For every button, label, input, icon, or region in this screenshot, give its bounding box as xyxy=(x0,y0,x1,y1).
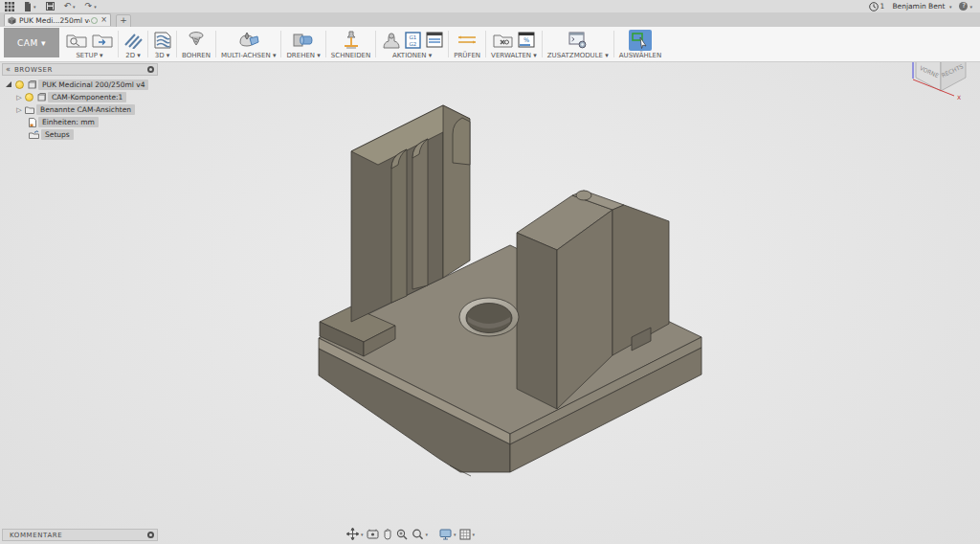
post-process-button[interactable] xyxy=(381,32,400,49)
zoom-window-button[interactable]: ▾ xyxy=(412,529,429,540)
redo-caret: ▾ xyxy=(94,4,97,10)
help-menu[interactable]: ? ▾ xyxy=(959,2,972,11)
expand-arrow-icon[interactable]: ▷ xyxy=(15,94,23,102)
tree-item-label[interactable]: Einheiten: mm xyxy=(38,117,99,127)
group-label-addins[interactable]: ZUSATZMODULE ▾ xyxy=(547,52,609,59)
group-label-inspect[interactable]: PRÜFEN xyxy=(454,52,480,59)
group-label-select[interactable]: AUSWÄHLEN xyxy=(619,52,662,59)
visibility-bulb-icon[interactable] xyxy=(25,93,33,102)
expand-collapse-icon[interactable] xyxy=(6,81,11,87)
group-label-turning[interactable]: DREHEN ▾ xyxy=(286,52,320,59)
undo-button[interactable]: ↶ ▾ xyxy=(64,2,76,11)
comments-gear-icon[interactable] xyxy=(147,532,154,538)
comments-header[interactable]: KOMMENTARE xyxy=(2,529,158,541)
group-label-manage[interactable]: VERWALTEN ▾ xyxy=(491,52,537,59)
tree-item-setups[interactable]: Setups xyxy=(27,128,158,141)
workspace-switcher[interactable]: CAM ▾ xyxy=(4,28,59,57)
tree-item-units[interactable]: Einheiten: mm xyxy=(27,116,158,128)
browser-panel: « BROWSER PUK Medicinal 200/250ml v4 ▷ C… xyxy=(2,63,158,141)
new-tab-button[interactable]: + xyxy=(116,14,131,28)
toolbar-group-manage: % VERWALTEN ▾ xyxy=(486,27,542,61)
cutting-button[interactable] xyxy=(343,31,360,49)
toolbar-group-3d: 3D ▾ xyxy=(148,27,176,61)
zoom-button[interactable] xyxy=(396,529,409,540)
orbit-button[interactable]: ▾ xyxy=(346,528,364,540)
drill-button[interactable] xyxy=(188,31,205,49)
new-folder-button[interactable] xyxy=(92,32,113,48)
percent-text: % xyxy=(523,36,529,44)
help-caret: ▾ xyxy=(969,4,972,10)
document-tab-title: PUK Medi...250ml v4 xyxy=(19,16,90,25)
collapse-panel-icon[interactable]: « xyxy=(6,66,11,74)
tab-close-button[interactable]: × xyxy=(100,16,107,24)
app-grid-icon[interactable] xyxy=(5,2,14,11)
g2-text: G2 xyxy=(410,41,417,47)
multiaxis-button[interactable] xyxy=(238,31,259,49)
zoom-window-caret: ▾ xyxy=(426,532,429,537)
turning-button[interactable] xyxy=(293,33,314,48)
browser-gear-icon[interactable] xyxy=(147,66,154,73)
job-status-button[interactable]: 1 xyxy=(869,2,885,11)
group-label-setup[interactable]: SETUP ▾ xyxy=(76,52,102,59)
scripts-addins-button[interactable] xyxy=(568,32,588,49)
folder-icon xyxy=(25,105,34,114)
machining-time-button[interactable]: % xyxy=(518,32,535,48)
help-icon: ? xyxy=(959,2,968,11)
tool-library-button[interactable] xyxy=(493,32,513,48)
group-label-actions[interactable]: AKTIONEN ▾ xyxy=(392,52,432,59)
toolbar-group-actions: G1 G2 AKTIONEN ▾ xyxy=(376,27,448,61)
group-label-drilling[interactable]: BOHREN xyxy=(182,52,211,59)
tree-item-label[interactable]: CAM-Komponente:1 xyxy=(48,92,126,102)
tree-item-cam-component[interactable]: ▷ CAM-Komponente:1 xyxy=(15,91,158,103)
application-bar: ▾ ↶ ▾ ↷ ▾ 1 Benjamin Bent ▾ ? ▾ xyxy=(0,0,980,13)
look-at-button[interactable] xyxy=(367,529,379,539)
document-tab-active[interactable]: PUK Medi...250ml v4 × xyxy=(4,13,111,26)
expand-arrow-icon[interactable]: ▷ xyxy=(15,106,23,114)
document-tabbar: PUK Medi...250ml v4 × + xyxy=(0,12,980,28)
save-button[interactable] xyxy=(46,2,55,11)
component-icon xyxy=(37,93,46,102)
group-label-3d[interactable]: 3D ▾ xyxy=(155,52,170,59)
visibility-bulb-icon[interactable] xyxy=(15,80,24,89)
toolbar-group-multiaxis: MULTI-ACHSEN ▾ xyxy=(216,27,280,61)
group-label-multiaxis[interactable]: MULTI-ACHSEN ▾ xyxy=(221,52,276,59)
redo-button[interactable]: ↷ ▾ xyxy=(85,2,97,11)
3d-milling-button[interactable] xyxy=(153,32,171,49)
display-settings-caret: ▾ xyxy=(454,532,457,537)
group-label-cutting[interactable]: SCHNEIDEN xyxy=(331,52,370,59)
job-count: 1 xyxy=(880,2,885,11)
component-icon xyxy=(28,80,36,89)
tree-item-label[interactable]: PUK Medicinal 200/250ml v4 xyxy=(38,79,148,90)
nc-program-button[interactable]: G1 G2 xyxy=(405,32,421,49)
new-setup-button[interactable] xyxy=(66,32,87,48)
tree-item-root[interactable]: PUK Medicinal 200/250ml v4 xyxy=(4,79,158,91)
user-menu[interactable]: Benjamin Bent ▾ xyxy=(892,2,951,11)
comments-panel: KOMMENTARE xyxy=(2,529,158,541)
2d-milling-button[interactable] xyxy=(123,32,143,49)
file-menu-button[interactable]: ▾ xyxy=(24,2,36,11)
browser-tree: PUK Medicinal 200/250ml v4 ▷ CAM-Kompone… xyxy=(2,79,158,141)
tree-item-label[interactable]: Benannte CAM-Ansichten xyxy=(36,104,135,115)
setup-sheet-button[interactable] xyxy=(426,32,443,48)
toolbar-group-setup: SETUP ▾ xyxy=(61,27,118,61)
browser-title: BROWSER xyxy=(14,66,147,74)
group-label-2d[interactable]: 2D ▾ xyxy=(125,52,141,59)
display-settings-button[interactable]: ▾ xyxy=(439,529,457,540)
tree-item-named-views[interactable]: ▷ Benannte CAM-Ansichten xyxy=(15,103,158,116)
grid-layout-caret: ▾ xyxy=(473,532,476,537)
tree-item-label[interactable]: Setups xyxy=(41,129,74,140)
comments-title: KOMMENTARE xyxy=(10,532,147,539)
toolbar-group-drilling: BOHREN xyxy=(177,27,215,61)
orbit-caret: ▾ xyxy=(361,532,364,537)
setups-icon xyxy=(29,130,39,139)
browser-header[interactable]: « BROWSER xyxy=(2,63,158,76)
navigation-bar: ▾ ▾ ▾ ▾ xyxy=(346,527,475,541)
select-button[interactable] xyxy=(629,30,652,51)
grid-layout-button[interactable]: ▾ xyxy=(459,529,476,540)
pan-button[interactable] xyxy=(382,529,393,540)
document-cube-icon xyxy=(8,16,16,25)
toolbar-group-select: AUSWÄHLEN xyxy=(614,27,667,61)
g1-text: G1 xyxy=(410,34,417,40)
simulate-button[interactable] xyxy=(457,34,478,47)
file-menu-caret: ▾ xyxy=(33,4,36,10)
